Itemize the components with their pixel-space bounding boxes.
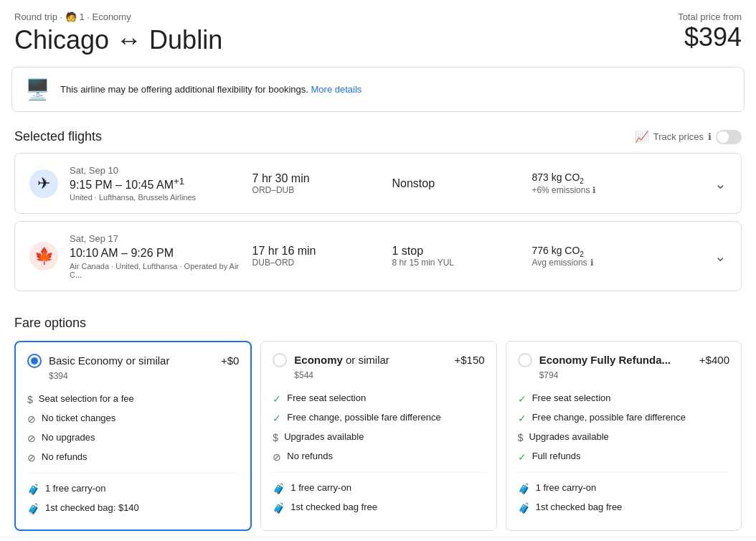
no-icon: ⊘: [27, 433, 36, 444]
fare-base-price-basic: $394: [49, 371, 239, 381]
flight-co2-outbound: 873 kg CO2 +6% emissions ℹ: [531, 171, 703, 195]
bag-icon: 🧳: [518, 483, 530, 494]
fare-cards-container: Basic Economy or similar +$0 $394 $Seat …: [14, 341, 742, 531]
list-item: ⊘No refunds: [273, 447, 484, 466]
fare-add-price-refundable: +$400: [699, 354, 729, 366]
fare-add-price-basic: +$0: [221, 354, 239, 367]
flight-duration-return: 17 hr 16 min DUB–ORD: [252, 245, 381, 268]
list-item: ✓Free seat selection: [518, 389, 729, 408]
flight-card-return: 🍁 Sat, Sep 17 10:10 AM – 9:26 PM Air Can…: [14, 221, 742, 291]
fare-options-section: Fare options Basic Economy or similar +$…: [0, 304, 756, 537]
emissions-info-icon-return[interactable]: ℹ: [590, 258, 594, 268]
check-icon: ✓: [518, 451, 526, 463]
flight-route-outbound: ORD–DUB: [252, 185, 381, 195]
fare-bag-features-refundable: 🧳1 free carry-on 🧳1st checked bag free: [518, 479, 729, 517]
flight-time-return: 10:10 AM – 9:26 PM: [70, 244, 241, 260]
more-details-link[interactable]: More details: [311, 84, 362, 95]
fare-bag-features-economy: 🧳1 free carry-on 🧳1st checked bag free: [273, 479, 484, 517]
flight-stops-value-outbound: Nonstop: [392, 177, 521, 190]
list-item: 🧳1 free carry-on: [27, 479, 239, 499]
list-item: ✓Free seat selection: [273, 389, 484, 408]
fare-radio-economy[interactable]: [273, 353, 287, 367]
footer-note: Fare and baggage fees apply to your enti…: [0, 537, 756, 541]
check-icon: ✓: [518, 393, 526, 405]
list-item: ✓Full refunds: [518, 447, 729, 466]
flight-card-outbound: ✈ Sat, Sep 10 9:15 PM – 10:45 AM+1 Unite…: [14, 153, 742, 214]
fare-card-economy[interactable]: Economy or similar +$150 $544 ✓Free seat…: [260, 341, 496, 531]
flight-airline-outbound: United · Lufthansa, Brussels Airlines: [70, 193, 241, 202]
flight-times-outbound: Sat, Sep 10 9:15 PM – 10:45 AM+1 United …: [70, 165, 241, 202]
flight-route-return: DUB–ORD: [252, 258, 381, 268]
flight-date-return: Sat, Sep 17: [70, 233, 241, 244]
list-item: ✓Free change, possible fare difference: [518, 408, 729, 428]
trip-meta: Round trip · 🧑 1 · Economy: [14, 11, 222, 22]
flight-time-outbound: 9:15 PM – 10:45 AM+1: [70, 176, 241, 192]
route-title: Chicago ↔ Dublin: [14, 25, 222, 55]
bag-icon: 🧳: [27, 484, 39, 495]
list-item: $Seat selection for a fee: [27, 390, 239, 409]
header-left: Round trip · 🧑 1 · Economy Chicago ↔ Dub…: [14, 11, 222, 55]
flight-stops-return: 1 stop 8 hr 15 min YUL: [392, 245, 521, 268]
fare-add-price-economy: +$150: [455, 354, 485, 366]
fare-name-refundable: Economy Fully Refunda...: [539, 354, 692, 366]
dollar-icon: $: [273, 432, 278, 443]
fare-bag-features-basic: 🧳1 free carry-on 🧳1st checked bag: $140: [27, 479, 239, 518]
fare-radio-basic[interactable]: [27, 354, 42, 368]
expand-return-button[interactable]: ⌄: [714, 248, 727, 265]
total-price: $394: [678, 22, 742, 52]
flight-duration-value-return: 17 hr 16 min: [252, 245, 381, 258]
flight-emissions-return: Avg emissions ℹ: [531, 258, 703, 268]
flight-duration-value-outbound: 7 hr 30 min: [252, 172, 381, 185]
list-item: $Upgrades available: [518, 428, 729, 447]
flight-date-outbound: Sat, Sep 10: [70, 165, 241, 176]
bag2-icon: 🧳: [27, 503, 39, 514]
fare-card-fully-refundable[interactable]: Economy Fully Refunda... +$400 $794 ✓Fre…: [506, 341, 742, 531]
fare-card-basic-economy[interactable]: Basic Economy or similar +$0 $394 $Seat …: [14, 341, 252, 531]
flight-co2-value-return: 776 kg CO2: [531, 245, 703, 258]
list-item: 🧳1 free carry-on: [273, 479, 484, 498]
expand-outbound-button[interactable]: ⌄: [714, 175, 727, 192]
track-prices-toggle[interactable]: [716, 130, 742, 144]
destination: Dublin: [149, 25, 222, 55]
info-icon[interactable]: ℹ: [708, 131, 712, 142]
flight-times-return: Sat, Sep 17 10:10 AM – 9:26 PM Air Canad…: [70, 233, 241, 278]
fare-features-basic: $Seat selection for a fee ⊘No ticket cha…: [27, 390, 239, 467]
fare-options-title: Fare options: [14, 316, 742, 331]
header-right: Total price from $394: [678, 11, 742, 52]
emissions-info-icon[interactable]: ℹ: [592, 185, 596, 195]
page-header: Round trip · 🧑 1 · Economy Chicago ↔ Dub…: [0, 0, 756, 61]
fare-name-basic: Basic Economy or similar: [49, 354, 214, 367]
flight-duration-outbound: 7 hr 30 min ORD–DUB: [252, 172, 381, 195]
flight-stops-outbound: Nonstop: [392, 177, 521, 190]
track-prices-control[interactable]: 📈 Track prices ℹ: [635, 130, 742, 144]
flight-stop-detail-return: 8 hr 15 min YUL: [392, 258, 521, 268]
origin: Chicago: [14, 25, 109, 55]
track-prices-label: Track prices: [653, 131, 704, 142]
list-item: ⊘No refunds: [27, 448, 239, 467]
dollar-icon: $: [27, 394, 33, 405]
check-icon: ✓: [273, 393, 281, 405]
fare-radio-refundable[interactable]: [518, 353, 532, 367]
list-item: ⊘No ticket changes: [27, 409, 239, 428]
check-icon: ✓: [273, 413, 281, 424]
flight-stops-value-return: 1 stop: [392, 245, 521, 258]
airline-logo-return: 🍁: [29, 242, 58, 270]
no-icon: ⊘: [27, 413, 36, 425]
flight-airline-return: Air Canada · United, Lufthansa · Operate…: [70, 262, 241, 279]
list-item: 🧳1st checked bag free: [273, 498, 484, 517]
price-label: Total price from: [678, 11, 742, 22]
list-item: 🧳1st checked bag free: [518, 498, 729, 517]
fare-card-header-economy: Economy or similar +$150: [273, 353, 484, 367]
flight-co2-value-outbound: 873 kg CO2: [531, 171, 703, 185]
bag2-icon: 🧳: [518, 502, 530, 514]
flexibility-banner: 🖥️ This airline may be offering addition…: [11, 67, 745, 112]
airline-logo-outbound: ✈: [29, 169, 58, 198]
track-prices-icon: 📈: [635, 130, 649, 144]
list-item: 🧳1st checked bag: $140: [27, 499, 239, 518]
flight-emissions-outbound: +6% emissions ℹ: [531, 185, 703, 195]
banner-icon: 🖥️: [25, 77, 50, 101]
selected-flights-section: Selected flights 📈 Track prices ℹ ✈ Sat,…: [0, 118, 756, 304]
fare-card-header-refundable: Economy Fully Refunda... +$400: [518, 353, 729, 367]
list-item: 🧳1 free carry-on: [518, 479, 729, 498]
list-item: ⊘No upgrades: [27, 428, 239, 448]
